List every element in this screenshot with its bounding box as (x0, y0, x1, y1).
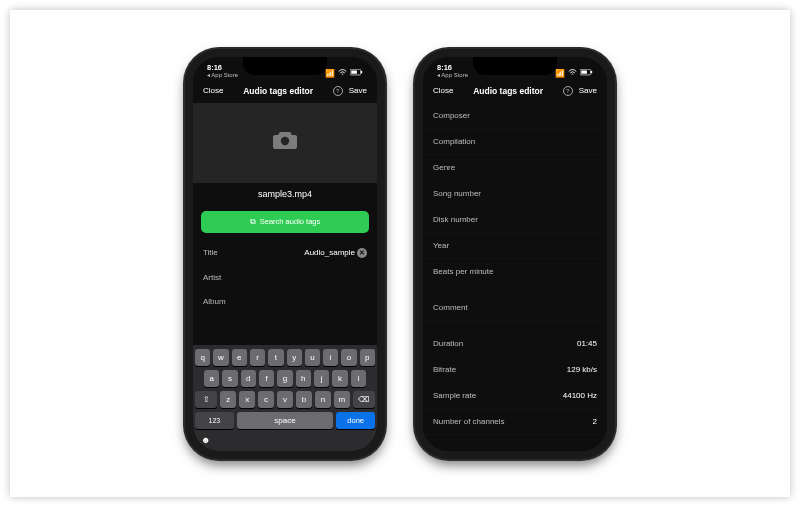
svg-rect-1 (351, 70, 357, 73)
camera-icon (272, 130, 298, 155)
notch (243, 57, 327, 75)
status-back-to-appstore[interactable]: ◂ App Store (437, 72, 468, 78)
key-w[interactable]: w (213, 349, 228, 366)
close-button[interactable]: Close (203, 86, 223, 95)
notch (473, 57, 557, 75)
signal-icon: 📶 (555, 69, 565, 78)
key-g[interactable]: g (277, 370, 292, 387)
field-compilation[interactable]: Compilation (423, 129, 607, 155)
clear-input-icon[interactable]: ✕ (357, 248, 367, 258)
search-button-label: Search audio tags (260, 217, 320, 226)
field-title[interactable]: Title Audio_sample ✕ (193, 241, 377, 266)
svg-point-3 (281, 137, 289, 145)
key-y[interactable]: y (287, 349, 302, 366)
key-j[interactable]: j (314, 370, 329, 387)
key-a[interactable]: a (204, 370, 219, 387)
info-channels: Number of channels2 (423, 409, 607, 435)
status-time: 8:16 (437, 64, 468, 72)
close-button[interactable]: Close (433, 86, 453, 95)
save-button[interactable]: Save (579, 86, 597, 95)
search-audio-tags-button[interactable]: ⧉ Search audio tags (201, 211, 369, 233)
field-label: Title (203, 248, 218, 257)
field-composer[interactable]: Composer (423, 103, 607, 129)
info-sample-rate: Sample rate44100 Hz (423, 383, 607, 409)
key-backspace[interactable]: ⌫ (353, 391, 375, 408)
search-icon: ⧉ (250, 217, 256, 227)
nav-bar: Close Audio tags editor ? Save (193, 79, 377, 103)
key-space[interactable]: space (237, 412, 334, 429)
battery-icon (350, 69, 363, 78)
help-icon[interactable]: ? (333, 86, 343, 96)
signal-icon: 📶 (325, 69, 335, 78)
nav-bar: Close Audio tags editor ? Save (423, 79, 607, 103)
svg-rect-6 (591, 70, 592, 72)
status-back-to-appstore[interactable]: ◂ App Store (207, 72, 238, 78)
key-z[interactable]: z (220, 391, 236, 408)
key-r[interactable]: r (250, 349, 265, 366)
phone-left: 8:16 ◂ App Store 📶 Close Audio tags edit… (185, 49, 385, 459)
battery-icon (580, 69, 593, 78)
info-bitrate: Bitrate129 kb/s (423, 357, 607, 383)
svg-rect-2 (361, 70, 362, 72)
key-l[interactable]: l (351, 370, 366, 387)
field-label: Album (203, 297, 226, 306)
field-year[interactable]: Year (423, 233, 607, 259)
key-c[interactable]: c (258, 391, 274, 408)
keyboard: q w e r t y u i o p a s d f g h j k l (193, 345, 377, 451)
key-p[interactable]: p (360, 349, 375, 366)
field-bpm[interactable]: Beats per minute (423, 259, 607, 285)
key-done[interactable]: done (336, 412, 375, 429)
nav-title: Audio tags editor (243, 86, 313, 96)
key-shift[interactable]: ⇧ (195, 391, 217, 408)
key-v[interactable]: v (277, 391, 293, 408)
key-k[interactable]: k (332, 370, 347, 387)
save-button[interactable]: Save (349, 86, 367, 95)
key-o[interactable]: o (341, 349, 356, 366)
key-m[interactable]: m (334, 391, 350, 408)
field-genre[interactable]: Genre (423, 155, 607, 181)
key-x[interactable]: x (239, 391, 255, 408)
phone-right: 8:16 ◂ App Store 📶 Close Audio tags edit… (415, 49, 615, 459)
key-e[interactable]: e (232, 349, 247, 366)
field-disk-number[interactable]: Disk number (423, 207, 607, 233)
key-s[interactable]: s (222, 370, 237, 387)
key-q[interactable]: q (195, 349, 210, 366)
field-comment[interactable]: Comment (423, 295, 607, 321)
status-time: 8:16 (207, 64, 238, 72)
info-duration: Duration01:45 (423, 331, 607, 357)
key-t[interactable]: t (268, 349, 283, 366)
svg-rect-5 (581, 70, 587, 73)
help-icon[interactable]: ? (563, 86, 573, 96)
tag-list: Composer Compilation Genre Song number D… (423, 103, 607, 451)
wifi-icon (568, 69, 577, 78)
key-u[interactable]: u (305, 349, 320, 366)
wifi-icon (338, 69, 347, 78)
key-n[interactable]: n (315, 391, 331, 408)
key-f[interactable]: f (259, 370, 274, 387)
key-123[interactable]: 123 (195, 412, 234, 429)
emoji-key-icon[interactable]: ☻ (201, 435, 210, 445)
title-input-value[interactable]: Audio_sample (304, 248, 355, 257)
key-d[interactable]: d (241, 370, 256, 387)
key-b[interactable]: b (296, 391, 312, 408)
key-i[interactable]: i (323, 349, 338, 366)
key-h[interactable]: h (296, 370, 311, 387)
field-song-number[interactable]: Song number (423, 181, 607, 207)
field-label: Artist (203, 273, 221, 282)
artwork-placeholder[interactable] (193, 103, 377, 183)
nav-title: Audio tags editor (473, 86, 543, 96)
field-artist[interactable]: Artist (193, 266, 377, 290)
field-album[interactable]: Album (193, 290, 377, 314)
filename-label: sample3.mp4 (258, 189, 312, 199)
